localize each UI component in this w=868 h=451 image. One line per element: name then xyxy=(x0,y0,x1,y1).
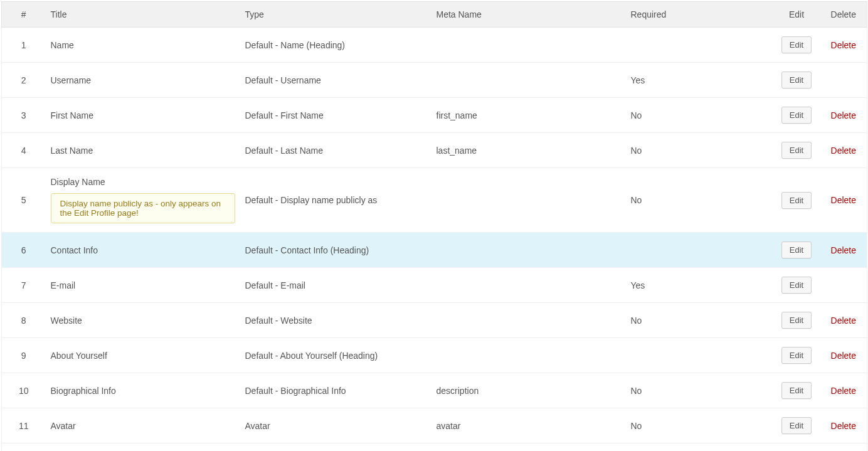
table-row[interactable]: 4Last NameDefault - Last Namelast_nameNo… xyxy=(2,133,867,168)
row-edit-cell: Edit xyxy=(773,168,820,233)
row-edit-cell: Edit xyxy=(773,28,820,63)
table-row[interactable]: 7E-mailDefault - E-mailYesEdit xyxy=(2,268,867,303)
row-title: Name xyxy=(51,40,74,50)
row-meta xyxy=(431,303,626,338)
row-number: 5 xyxy=(2,168,46,233)
row-delete-cell: Delete xyxy=(820,408,867,443)
row-type: Avatar xyxy=(240,408,431,443)
row-title-cell: Biographical Info xyxy=(46,373,240,408)
row-title: About Yourself xyxy=(51,351,107,361)
row-title-cell: Contact Info xyxy=(46,233,240,268)
row-required xyxy=(626,338,773,373)
delete-link[interactable]: Delete xyxy=(831,351,856,361)
row-meta: description xyxy=(431,373,626,408)
delete-link[interactable]: Delete xyxy=(831,245,856,255)
header-delete: Delete xyxy=(820,2,867,28)
row-edit-cell: Edit xyxy=(773,268,820,303)
row-number: 10 xyxy=(2,373,46,408)
table-row[interactable]: 1NameDefault - Name (Heading)EditDelete xyxy=(2,28,867,63)
edit-button[interactable]: Edit xyxy=(781,72,812,88)
row-meta: last_name xyxy=(431,133,626,168)
header-edit: Edit xyxy=(773,2,820,28)
row-meta: first_name xyxy=(431,98,626,133)
delete-link[interactable]: Delete xyxy=(831,386,856,396)
delete-link[interactable]: Delete xyxy=(831,421,856,431)
table-row[interactable]: 2UsernameDefault - UsernameYesEdit xyxy=(2,63,867,98)
delete-link[interactable]: Delete xyxy=(831,110,856,120)
row-delete-cell: Delete xyxy=(820,28,867,63)
row-title: E-mail xyxy=(51,280,76,290)
row-title: Website xyxy=(51,316,82,326)
edit-button[interactable]: Edit xyxy=(781,382,812,399)
row-note: Display name publicly as - only appears … xyxy=(51,193,235,223)
row-required: No xyxy=(626,168,773,233)
delete-link[interactable]: Delete xyxy=(831,195,856,205)
row-type: Default - Contact Info (Heading) xyxy=(240,233,431,268)
row-delete-cell: Delete xyxy=(820,373,867,408)
delete-link[interactable]: Delete xyxy=(831,316,856,326)
edit-button[interactable]: Edit xyxy=(781,36,812,53)
row-title-cell: First Name xyxy=(46,98,240,133)
edit-button[interactable]: Edit xyxy=(781,142,812,159)
table-row[interactable]: 9About YourselfDefault - About Yourself … xyxy=(2,338,867,373)
row-edit-cell: Edit xyxy=(773,408,820,443)
table-row[interactable]: 6Contact InfoDefault - Contact Info (Hea… xyxy=(2,233,867,268)
edit-button[interactable]: Edit xyxy=(781,241,812,258)
row-title: Biographical Info xyxy=(51,386,116,396)
table-row[interactable]: 5Display NameDisplay name publicly as - … xyxy=(2,168,867,233)
table-row[interactable]: 11AvatarAvataravatarNoEditDelete xyxy=(2,408,867,443)
row-delete-cell: Delete xyxy=(820,233,867,268)
row-type: Default - Display name publicly as xyxy=(240,168,431,233)
row-edit-cell: Edit xyxy=(773,63,820,98)
table-row[interactable]: 12BirthdayDatepickerbirthdayNoEditDelete xyxy=(2,443,867,452)
row-meta: birthday xyxy=(431,443,626,452)
edit-button[interactable]: Edit xyxy=(781,277,812,294)
row-required: Yes xyxy=(626,268,773,303)
row-number: 12 xyxy=(2,443,46,452)
row-required xyxy=(626,233,773,268)
edit-button[interactable]: Edit xyxy=(781,312,812,329)
row-edit-cell: Edit xyxy=(773,233,820,268)
row-required: Yes xyxy=(626,63,773,98)
row-edit-cell: Edit xyxy=(773,338,820,373)
row-required: No xyxy=(626,98,773,133)
row-delete-cell: Delete xyxy=(820,168,867,233)
row-title: First Name xyxy=(51,110,93,120)
row-title-cell: Display NameDisplay name publicly as - o… xyxy=(46,168,240,233)
row-title: Contact Info xyxy=(51,245,98,255)
table-row[interactable]: 8WebsiteDefault - WebsiteNoEditDelete xyxy=(2,303,867,338)
table-row[interactable]: 3First NameDefault - First Namefirst_nam… xyxy=(2,98,867,133)
table-header-row: # Title Type Meta Name Required Edit Del… xyxy=(2,2,867,28)
row-title: Avatar xyxy=(51,421,76,431)
row-required: No xyxy=(626,373,773,408)
edit-button[interactable]: Edit xyxy=(781,192,812,209)
row-type: Default - Name (Heading) xyxy=(240,28,431,63)
header-type: Type xyxy=(240,2,431,28)
edit-button[interactable]: Edit xyxy=(781,107,812,124)
row-title: Last Name xyxy=(51,146,93,156)
edit-button[interactable]: Edit xyxy=(781,347,812,364)
row-number: 3 xyxy=(2,98,46,133)
row-number: 2 xyxy=(2,63,46,98)
row-meta xyxy=(431,233,626,268)
row-required: No xyxy=(626,408,773,443)
row-type: Default - Username xyxy=(240,63,431,98)
row-number: 8 xyxy=(2,303,46,338)
row-title-cell: Avatar xyxy=(46,408,240,443)
delete-link[interactable]: Delete xyxy=(831,40,856,50)
table-row[interactable]: 10Biographical InfoDefault - Biographica… xyxy=(2,373,867,408)
row-title-cell: About Yourself xyxy=(46,338,240,373)
row-number: 6 xyxy=(2,233,46,268)
row-delete-cell: Delete xyxy=(820,338,867,373)
row-number: 4 xyxy=(2,133,46,168)
row-type: Default - About Yourself (Heading) xyxy=(240,338,431,373)
delete-link[interactable]: Delete xyxy=(831,146,856,156)
row-delete-cell: Delete xyxy=(820,98,867,133)
row-required: No xyxy=(626,303,773,338)
edit-button[interactable]: Edit xyxy=(781,417,812,434)
row-number: 1 xyxy=(2,28,46,63)
row-title: Username xyxy=(51,75,92,85)
row-meta xyxy=(431,28,626,63)
row-title: Display Name xyxy=(51,177,105,187)
row-type: Default - Biographical Info xyxy=(240,373,431,408)
